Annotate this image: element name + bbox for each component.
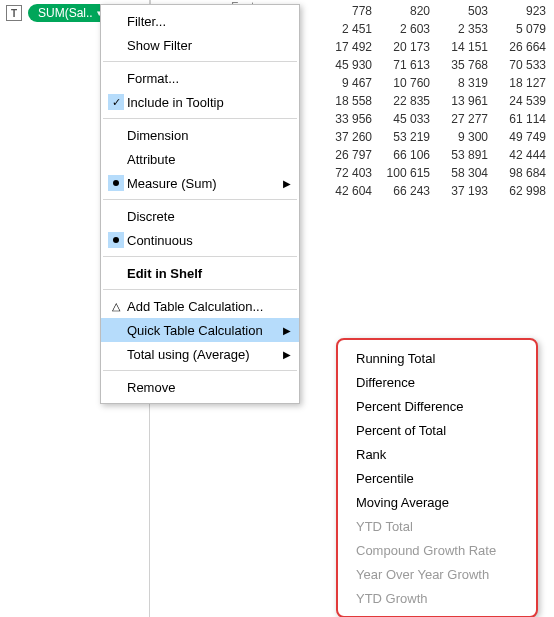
table-cell: 49 749 bbox=[496, 128, 554, 146]
table-cell: 20 173 bbox=[380, 38, 438, 56]
menu-show-filter[interactable]: Show Filter bbox=[101, 33, 299, 57]
submenu-difference[interactable]: Difference bbox=[338, 370, 536, 394]
menu-include-tooltip[interactable]: ✓ Include in Tooltip bbox=[101, 90, 299, 114]
checked-icon: ✓ bbox=[105, 94, 127, 110]
menu-label: Show Filter bbox=[127, 38, 291, 53]
menu-attribute[interactable]: Attribute bbox=[101, 147, 299, 171]
menu-label: Dimension bbox=[127, 128, 291, 143]
measure-pill[interactable]: SUM(Sal.. ▾ bbox=[28, 4, 110, 22]
table-cell: 66 106 bbox=[380, 146, 438, 164]
submenu-ytd-growth: YTD Growth bbox=[338, 586, 536, 610]
table-cell: 18 127 bbox=[496, 74, 554, 92]
table-cell: 72 403 bbox=[322, 164, 380, 182]
pill-label: SUM(Sal.. bbox=[38, 6, 93, 20]
pill-context-menu: Filter... Show Filter Format... ✓ Includ… bbox=[100, 4, 300, 404]
table-cell: 778 bbox=[322, 2, 380, 20]
submenu-percent-of-total[interactable]: Percent of Total bbox=[338, 418, 536, 442]
table-cell: 10 760 bbox=[380, 74, 438, 92]
table-cell: 71 613 bbox=[380, 56, 438, 74]
table-cell: 2 451 bbox=[322, 20, 380, 38]
table-cell: 26 664 bbox=[496, 38, 554, 56]
menu-label: Format... bbox=[127, 71, 291, 86]
table-cell: 53 219 bbox=[380, 128, 438, 146]
menu-label: Edit in Shelf bbox=[127, 266, 291, 281]
table-cell: 22 835 bbox=[380, 92, 438, 110]
menu-label: Attribute bbox=[127, 152, 291, 167]
menu-dimension[interactable]: Dimension bbox=[101, 123, 299, 147]
table-cell: 18 558 bbox=[322, 92, 380, 110]
menu-total-using[interactable]: Total using (Average) ▶ bbox=[101, 342, 299, 366]
table-cell: 923 bbox=[496, 2, 554, 20]
table-cell: 58 304 bbox=[438, 164, 496, 182]
table-cell: 17 492 bbox=[322, 38, 380, 56]
menu-remove[interactable]: Remove bbox=[101, 375, 299, 399]
table-cell: 100 615 bbox=[380, 164, 438, 182]
submenu-ytd-total: YTD Total bbox=[338, 514, 536, 538]
menu-separator bbox=[103, 61, 297, 62]
delta-icon: △ bbox=[105, 300, 127, 313]
chevron-right-icon: ▶ bbox=[283, 178, 291, 189]
menu-separator bbox=[103, 370, 297, 371]
table-cell: 61 114 bbox=[496, 110, 554, 128]
table-cell: 35 768 bbox=[438, 56, 496, 74]
menu-label: Include in Tooltip bbox=[127, 95, 291, 110]
submenu-running-total[interactable]: Running Total bbox=[338, 346, 536, 370]
table-cell: 98 684 bbox=[496, 164, 554, 182]
menu-continuous[interactable]: Continuous bbox=[101, 228, 299, 252]
menu-add-table-calc[interactable]: △ Add Table Calculation... bbox=[101, 294, 299, 318]
table-cell: 2 353 bbox=[438, 20, 496, 38]
table-cell: 26 797 bbox=[322, 146, 380, 164]
submenu-yoy-growth: Year Over Year Growth bbox=[338, 562, 536, 586]
menu-label: Discrete bbox=[127, 209, 291, 224]
chevron-right-icon: ▶ bbox=[283, 349, 291, 360]
menu-label: Add Table Calculation... bbox=[127, 299, 291, 314]
menu-separator bbox=[103, 256, 297, 257]
table-cell: 820 bbox=[380, 2, 438, 20]
table-cell: 2 603 bbox=[380, 20, 438, 38]
menu-label: Quick Table Calculation bbox=[127, 323, 283, 338]
menu-separator bbox=[103, 118, 297, 119]
table-cell: 24 539 bbox=[496, 92, 554, 110]
menu-label: Total using (Average) bbox=[127, 347, 283, 362]
table-cell: 66 243 bbox=[380, 182, 438, 200]
submenu-percentile[interactable]: Percentile bbox=[338, 466, 536, 490]
table-cell: 503 bbox=[438, 2, 496, 20]
selected-icon bbox=[105, 175, 127, 191]
table-cell: 13 961 bbox=[438, 92, 496, 110]
submenu-moving-average[interactable]: Moving Average bbox=[338, 490, 536, 514]
menu-discrete[interactable]: Discrete bbox=[101, 204, 299, 228]
quick-table-calc-submenu: Running Total Difference Percent Differe… bbox=[336, 338, 538, 617]
menu-measure[interactable]: Measure (Sum) ▶ bbox=[101, 171, 299, 195]
table-cell: 45 033 bbox=[380, 110, 438, 128]
table-cell: 42 604 bbox=[322, 182, 380, 200]
table-cell: 9 467 bbox=[322, 74, 380, 92]
selected-icon bbox=[105, 232, 127, 248]
table-cell: 27 277 bbox=[438, 110, 496, 128]
table-cell: 33 956 bbox=[322, 110, 380, 128]
menu-filter[interactable]: Filter... bbox=[101, 9, 299, 33]
menu-quick-table-calc[interactable]: Quick Table Calculation ▶ bbox=[101, 318, 299, 342]
table-cell: 53 891 bbox=[438, 146, 496, 164]
table-cell: 42 444 bbox=[496, 146, 554, 164]
menu-label: Filter... bbox=[127, 14, 291, 29]
text-mark-icon[interactable]: T bbox=[6, 5, 22, 21]
table-cell: 8 319 bbox=[438, 74, 496, 92]
menu-label: Remove bbox=[127, 380, 291, 395]
chevron-right-icon: ▶ bbox=[283, 325, 291, 336]
submenu-percent-difference[interactable]: Percent Difference bbox=[338, 394, 536, 418]
submenu-rank[interactable]: Rank bbox=[338, 442, 536, 466]
menu-separator bbox=[103, 289, 297, 290]
table-cell: 9 300 bbox=[438, 128, 496, 146]
submenu-compound-growth: Compound Growth Rate bbox=[338, 538, 536, 562]
menu-label: Measure (Sum) bbox=[127, 176, 283, 191]
menu-edit-shelf[interactable]: Edit in Shelf bbox=[101, 261, 299, 285]
table-cell: 14 151 bbox=[438, 38, 496, 56]
table-cell: 37 260 bbox=[322, 128, 380, 146]
table-cell: 45 930 bbox=[322, 56, 380, 74]
menu-format[interactable]: Format... bbox=[101, 66, 299, 90]
table-cell: 37 193 bbox=[438, 182, 496, 200]
table-cell: 62 998 bbox=[496, 182, 554, 200]
menu-label: Continuous bbox=[127, 233, 291, 248]
table-cell: 5 079 bbox=[496, 20, 554, 38]
table-cell: 70 533 bbox=[496, 56, 554, 74]
